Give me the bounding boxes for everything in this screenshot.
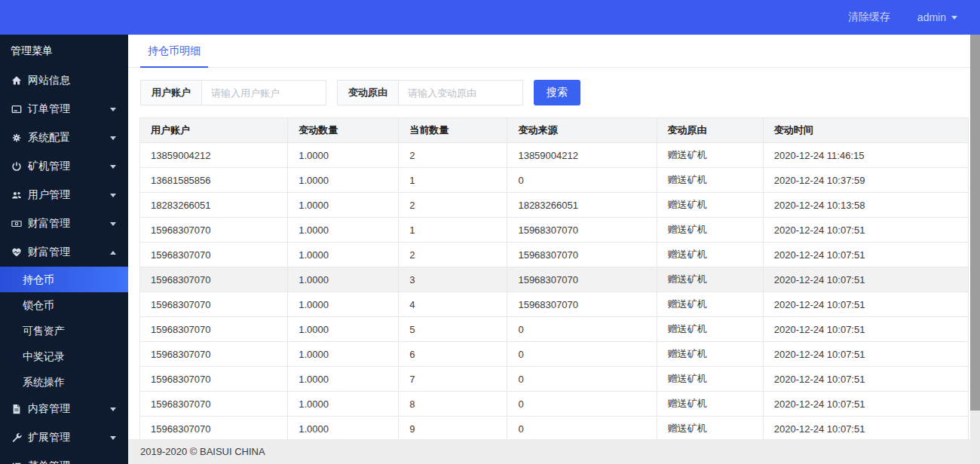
money-icon [11, 218, 22, 230]
table-column-header: 当前数量 [399, 118, 507, 143]
sidebar-item-label: 系统配置 [28, 131, 110, 145]
table-cell: 8 [399, 392, 507, 417]
table-cell: 1.0000 [288, 417, 399, 440]
table-cell: 13681585856 [140, 168, 288, 193]
sidebar-subitem[interactable]: 可售资产 [0, 318, 128, 343]
tab-bar: 持仓币明细 [128, 35, 980, 68]
table-cell: 赠送矿机 [657, 243, 763, 267]
table-cell: 5 [399, 317, 507, 342]
sidebar-subitem[interactable]: 中奖记录 [0, 343, 128, 369]
table-cell: 2 [399, 193, 507, 218]
sidebar-title: 管理菜单 [0, 35, 128, 66]
table-cell: 0 [507, 168, 657, 193]
sidebar-subitem[interactable]: 锁仓币 [0, 292, 128, 318]
table-cell: 赠送矿机 [657, 193, 763, 218]
sidebar-subitem[interactable]: 持仓币 [0, 267, 128, 292]
sidebar-item[interactable]: 系统配置 [0, 124, 128, 152]
table-row: 138590042121.0000213859004212赠送矿机2020-12… [140, 143, 969, 168]
reason-input[interactable] [398, 80, 523, 105]
table-cell: 赠送矿机 [657, 218, 763, 243]
holdings-table: 用户账户变动数量当前数量变动来源变动原由变动时间 138590042121.00… [139, 118, 969, 439]
sidebar-item-label: 菜单管理 [28, 459, 110, 464]
table-cell: 2020-12-24 10:07:51 [763, 218, 968, 243]
sidebar-item[interactable]: 订单管理 [0, 95, 128, 124]
table-row: 159683070701.0000415968307070赠送矿机2020-12… [140, 292, 969, 317]
main-content: 持仓币明细 用户账户 变动原由 搜索 用户账户变动数量当前数量变动来源变动原由变… [128, 35, 980, 464]
reason-label: 变动原由 [337, 80, 398, 105]
table-cell: 2020-12-24 10:37:59 [763, 168, 968, 193]
table-cell: 15968307070 [140, 218, 288, 243]
table-column-header: 变动原由 [657, 118, 763, 143]
table-cell: 1.0000 [288, 367, 399, 392]
sidebar-item[interactable]: 网站信息 [0, 66, 128, 95]
table-cell: 2020-12-24 10:07:51 [763, 367, 968, 392]
table-cell: 15968307070 [140, 367, 288, 392]
sidebar-item[interactable]: 用户管理 [0, 181, 128, 209]
table-row: 159683070701.0000315968307070赠送矿机2020-12… [140, 267, 969, 292]
account-label: 用户账户 [140, 80, 201, 105]
table-cell: 2 [399, 143, 507, 168]
table-cell: 2 [399, 243, 507, 267]
table-row: 159683070701.000090赠送矿机2020-12-24 10:07:… [140, 417, 969, 440]
table-cell: 1.0000 [288, 243, 399, 267]
footer: 2019-2020 © BAISUI CHINA [128, 439, 980, 464]
document-icon [11, 404, 22, 415]
table-cell: 赠送矿机 [657, 392, 763, 417]
table-cell: 1 [399, 218, 507, 243]
table-cell: 1.0000 [288, 168, 399, 193]
scrollbar-thumb[interactable] [970, 35, 980, 411]
sidebar-item[interactable]: 财富管理 [0, 238, 128, 267]
tab-holdings-detail[interactable]: 持仓币明细 [140, 35, 208, 68]
sidebar-item[interactable]: 财富管理 [0, 209, 128, 238]
copyright-text: 2019-2020 © BAISUI CHINA [140, 446, 265, 457]
table-cell: 13859004212 [140, 143, 288, 168]
table-cell: 15968307070 [507, 218, 657, 243]
wrench-icon [11, 432, 22, 444]
table-cell: 18283266051 [507, 193, 657, 218]
sidebar-menu: 网站信息订单管理系统配置矿机管理用户管理财富管理财富管理持仓币锁仓币可售资产中奖… [0, 66, 128, 464]
table-cell: 15968307070 [507, 243, 657, 267]
username-label: admin [917, 11, 946, 23]
sidebar-item-label: 矿机管理 [28, 160, 110, 173]
table-cell: 赠送矿机 [657, 342, 763, 367]
topbar: 清除缓存 admin [0, 0, 980, 35]
table-row: 159683070701.000070赠送矿机2020-12-24 10:07:… [140, 367, 969, 392]
menu-list-icon [11, 461, 22, 464]
table-cell: 15968307070 [140, 292, 288, 317]
table-cell: 4 [399, 292, 507, 317]
sidebar-item[interactable]: 内容管理 [0, 395, 128, 423]
table-cell: 赠送矿机 [657, 417, 763, 440]
table-cell: 15968307070 [140, 267, 288, 292]
table-cell: 15968307070 [140, 317, 288, 342]
table-cell: 15968307070 [140, 342, 288, 367]
sidebar-item-label: 内容管理 [28, 402, 110, 416]
table-cell: 赠送矿机 [657, 292, 763, 317]
table-cell: 2020-12-24 10:07:51 [763, 292, 968, 317]
chevron-up-icon [110, 251, 116, 255]
sidebar-item[interactable]: 矿机管理 [0, 152, 128, 181]
table-row: 159683070701.000060赠送矿机2020-12-24 10:07:… [140, 342, 969, 367]
sidebar-subitem[interactable]: 系统操作 [0, 369, 128, 395]
table-column-header: 用户账户 [140, 118, 288, 143]
table-cell: 1.0000 [288, 267, 399, 292]
sidebar: 管理菜单 网站信息订单管理系统配置矿机管理用户管理财富管理财富管理持仓币锁仓币可… [0, 35, 128, 464]
scrollbar-track[interactable] [970, 35, 980, 464]
user-menu[interactable]: admin [917, 11, 957, 23]
table-cell: 1.0000 [288, 193, 399, 218]
table-cell: 15968307070 [140, 417, 288, 440]
table-row: 159683070701.0000115968307070赠送矿机2020-12… [140, 218, 969, 243]
table-cell: 0 [507, 342, 657, 367]
clear-cache-button[interactable]: 清除缓存 [848, 11, 890, 24]
search-button[interactable]: 搜索 [534, 80, 580, 105]
table-cell: 1.0000 [288, 143, 399, 168]
table-cell: 15968307070 [140, 392, 288, 417]
sidebar-item[interactable]: 扩展管理 [0, 423, 128, 452]
sidebar-item[interactable]: 菜单管理 [0, 452, 128, 464]
data-table-container: 用户账户变动数量当前数量变动来源变动原由变动时间 138590042121.00… [139, 118, 969, 439]
table-row: 182832660511.0000218283266051赠送矿机2020-12… [140, 193, 969, 218]
reason-input-group: 变动原由 [337, 80, 523, 105]
account-input[interactable] [201, 80, 326, 105]
table-cell: 0 [507, 317, 657, 342]
chevron-down-icon [110, 165, 116, 169]
table-cell: 1.0000 [288, 342, 399, 367]
